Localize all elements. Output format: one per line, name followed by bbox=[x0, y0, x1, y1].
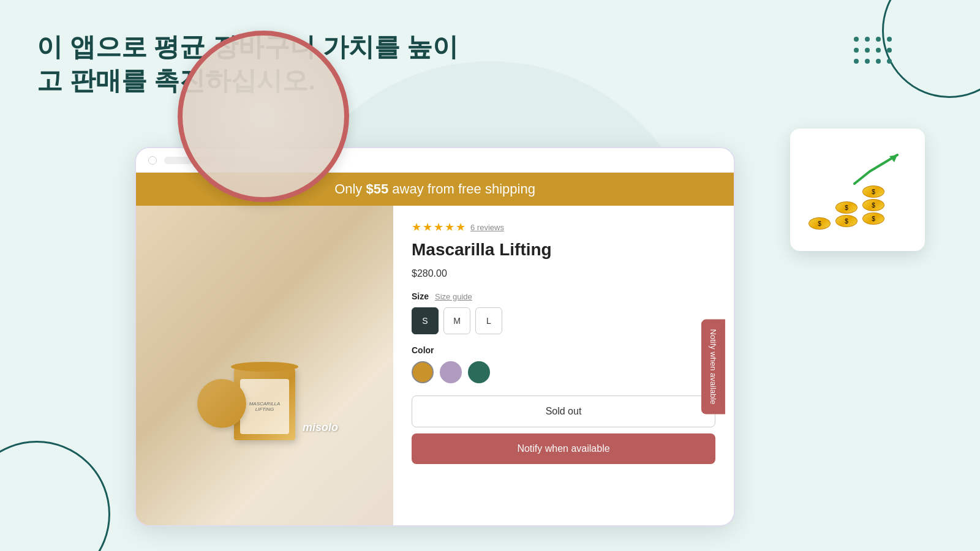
coins-area: $ $ $ $ $ $ bbox=[809, 186, 884, 230]
reviews-link[interactable]: 6 reviews bbox=[470, 223, 504, 232]
color-section: Color bbox=[412, 345, 715, 383]
coin: $ bbox=[809, 217, 831, 230]
coin-stack-1: $ bbox=[809, 217, 831, 230]
color-buttons bbox=[412, 361, 715, 383]
sold-out-button[interactable]: Sold out bbox=[412, 395, 715, 427]
product-cans: MASCARILLALIFTING misolo bbox=[179, 281, 350, 452]
chart-card: $ $ $ $ $ $ bbox=[790, 129, 925, 251]
coin: $ bbox=[862, 199, 884, 211]
size-guide-link[interactable]: Size guide bbox=[435, 292, 472, 301]
bg-circle-bottom-left bbox=[0, 441, 110, 551]
shipping-text-after: away from free shipping bbox=[388, 181, 535, 197]
tablet-mockup: Only $55 away from free shipping MASCARI… bbox=[135, 147, 735, 527]
size-btn-s[interactable]: S bbox=[412, 307, 439, 334]
size-section: Size Size guide S M L bbox=[412, 291, 715, 334]
size-label-row: Size Size guide bbox=[412, 291, 715, 301]
stars-row: ★★★★★ 6 reviews bbox=[412, 220, 715, 234]
product-area: MASCARILLALIFTING misolo ★★★★★ 6 reviews… bbox=[136, 206, 734, 527]
magnify-circle bbox=[178, 31, 349, 202]
size-buttons: S M L bbox=[412, 307, 715, 334]
color-btn-lavender[interactable] bbox=[440, 361, 462, 383]
size-btn-m[interactable]: M bbox=[443, 307, 470, 334]
coin-stack-2: $ $ bbox=[835, 201, 858, 227]
color-label: Color bbox=[412, 345, 715, 355]
bg-circle-top-right bbox=[882, 0, 980, 98]
can-side bbox=[197, 379, 246, 428]
size-label: Size bbox=[412, 291, 429, 301]
size-btn-l[interactable]: L bbox=[475, 307, 502, 334]
shipping-price: $55 bbox=[366, 181, 388, 197]
tablet-circle bbox=[148, 156, 157, 165]
product-details: ★★★★★ 6 reviews Mascarilla Lifting $280.… bbox=[393, 206, 734, 527]
can-label: MASCARILLALIFTING bbox=[240, 379, 289, 434]
coin: $ bbox=[835, 201, 858, 214]
coin: $ bbox=[862, 186, 884, 198]
brand-text: misolo bbox=[303, 421, 338, 434]
can-lid bbox=[231, 362, 298, 372]
color-btn-teal[interactable] bbox=[468, 361, 490, 383]
product-stars: ★★★★★ bbox=[412, 220, 467, 234]
dots-grid bbox=[854, 37, 894, 66]
coin-stack-3: $ $ $ bbox=[862, 186, 884, 225]
chart-arrow-svg bbox=[851, 150, 907, 187]
coin: $ bbox=[835, 215, 858, 227]
notify-side-tab[interactable]: Notify when available bbox=[701, 320, 725, 414]
product-image-inner: MASCARILLALIFTING misolo bbox=[136, 206, 393, 527]
shipping-text-before: Only bbox=[334, 181, 366, 197]
product-title: Mascarilla Lifting bbox=[412, 240, 715, 260]
notify-button[interactable]: Notify when available bbox=[412, 433, 715, 464]
product-image: MASCARILLALIFTING misolo bbox=[136, 206, 393, 527]
product-price: $280.00 bbox=[412, 268, 715, 279]
color-btn-gold[interactable] bbox=[412, 361, 434, 383]
chart-visual: $ $ $ $ $ $ bbox=[809, 150, 907, 230]
coin: $ bbox=[862, 212, 884, 225]
